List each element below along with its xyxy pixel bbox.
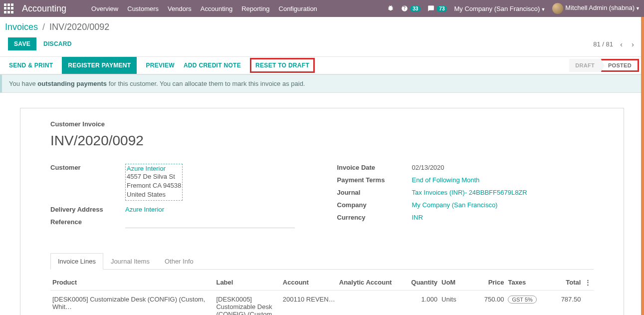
th-quantity: Quantity	[404, 275, 439, 291]
pager-prev[interactable]: ‹	[618, 39, 625, 49]
invdate-label: Invoice Date	[337, 164, 412, 171]
tabs: Invoice Lines Journal Items Other Info	[50, 253, 594, 270]
terms-label: Payment Terms	[337, 176, 412, 184]
pager-next[interactable]: ›	[630, 39, 636, 49]
invdate-value: 02/13/2020	[412, 164, 444, 171]
form-subtitle: Customer Invoice	[50, 120, 594, 128]
avatar	[552, 3, 563, 14]
breadcrumb-row: Invoices / INV/2020/0092	[0, 17, 644, 32]
journal-label: Journal	[337, 189, 412, 196]
company-label: Company	[337, 201, 412, 209]
actions-left: SAVE DISCARD	[8, 37, 72, 50]
reference-label: Reference	[50, 218, 125, 228]
customer-link[interactable]: Azure Interior	[127, 165, 181, 172]
cell-quantity[interactable]: 1.000	[404, 290, 439, 315]
app-brand: Accounting	[22, 3, 66, 14]
th-account: Account	[281, 275, 337, 291]
pager: 81 / 81 ‹ ›	[593, 39, 636, 49]
journal-link[interactable]: Tax Invoices (INR)- 24BBBFF5679L8ZR	[412, 189, 527, 196]
apps-icon[interactable]	[4, 3, 14, 13]
breadcrumb-current: INV/2020/0092	[49, 22, 109, 32]
register-payment-button[interactable]: REGISTER PAYMENT	[62, 57, 137, 74]
form-col-right: Invoice Date 02/13/2020 Payment Terms En…	[337, 164, 594, 233]
nav-reporting[interactable]: Reporting	[241, 5, 269, 12]
topbar-right: 33 73 My Company (San Francisco)▼ Mitche…	[387, 3, 640, 14]
send-print-button[interactable]: SEND & PRINT	[9, 57, 53, 74]
invoice-lines-table: Product Label Account Analytic Account Q…	[50, 275, 594, 315]
form-col-left: Customer Azure Interior 4557 De Silva St…	[50, 164, 307, 233]
nav-customers[interactable]: Customers	[127, 5, 159, 12]
add-credit-note-button[interactable]: ADD CREDIT NOTE	[184, 57, 241, 74]
cell-account[interactable]: 200110 REVEN…	[281, 290, 337, 315]
nav-vendors[interactable]: Vendors	[168, 5, 192, 12]
status-buttons: SEND & PRINT REGISTER PAYMENT PREVIEW AD…	[9, 57, 315, 74]
customer-value[interactable]: Azure Interior 4557 De Silva St Fremont …	[125, 164, 183, 201]
nav-overview[interactable]: Overview	[91, 5, 118, 12]
tab-journal-items[interactable]: Journal Items	[103, 253, 157, 270]
discard-button[interactable]: DISCARD	[43, 40, 72, 47]
topbar: Accounting Overview Customers Vendors Ac…	[0, 0, 644, 17]
cell-taxes[interactable]: GST 5%	[506, 290, 547, 315]
nav-configuration[interactable]: Configuration	[279, 5, 317, 12]
breadcrumb: Invoices / INV/2020/0092	[5, 22, 109, 32]
terms-link[interactable]: End of Following Month	[412, 176, 480, 184]
th-total: Total	[547, 275, 583, 291]
nav-menu: Overview Customers Vendors Accounting Re…	[91, 5, 387, 12]
company-link[interactable]: My Company (San Francisco)	[412, 201, 498, 209]
th-analytic: Analytic Account	[337, 275, 404, 291]
cell-analytic[interactable]	[337, 290, 404, 315]
form-sheet: Customer Invoice INV/2020/0092 Customer …	[20, 108, 624, 315]
cell-price[interactable]: 750.00	[470, 290, 506, 315]
actions-row: SAVE DISCARD 81 / 81 ‹ ›	[0, 32, 644, 56]
scrollbar[interactable]	[641, 17, 644, 315]
status-bar: SEND & PRINT REGISTER PAYMENT PREVIEW AD…	[0, 56, 644, 74]
th-kebab-icon[interactable]: ⋮	[583, 275, 594, 291]
reference-input[interactable]	[125, 220, 295, 228]
save-button[interactable]: SAVE	[8, 37, 36, 50]
pager-count: 81 / 81	[593, 40, 613, 48]
breadcrumb-sep: /	[42, 22, 45, 32]
status-draft[interactable]: DRAFT	[569, 59, 601, 72]
th-taxes: Taxes	[506, 275, 547, 291]
table-header-row: Product Label Account Analytic Account Q…	[50, 275, 594, 291]
th-product: Product	[50, 275, 214, 291]
activities-icon[interactable]: 33	[401, 5, 421, 12]
tab-invoice-lines[interactable]: Invoice Lines	[50, 253, 103, 270]
status-flow: DRAFT POSTED	[569, 59, 639, 72]
delivery-label: Delivery Address	[50, 206, 125, 213]
discuss-icon[interactable]: 73	[428, 5, 447, 12]
preview-button[interactable]: PREVIEW	[146, 57, 174, 74]
customer-label: Customer	[50, 164, 125, 201]
activities-badge: 33	[410, 5, 421, 12]
tax-tag: GST 5%	[508, 296, 536, 304]
cell-total: 787.50	[547, 290, 583, 315]
discuss-badge: 73	[436, 5, 447, 12]
user-menu[interactable]: Mitchell Admin (shabna)▼	[552, 3, 640, 14]
breadcrumb-root[interactable]: Invoices	[5, 22, 38, 32]
currency-label: Currency	[337, 214, 412, 221]
table-row[interactable]: [DESK0005] Customizable Desk (CONFIG) (C…	[50, 290, 594, 315]
th-price: Price	[470, 275, 506, 291]
bug-icon[interactable]	[387, 4, 394, 13]
form-title: INV/2020/0092	[50, 133, 594, 149]
info-banner: You have outstanding payments for this c…	[0, 74, 644, 93]
tab-other-info[interactable]: Other Info	[157, 253, 201, 270]
cell-uom[interactable]: Units	[439, 290, 470, 315]
nav-accounting[interactable]: Accounting	[201, 5, 232, 12]
th-label: Label	[214, 275, 280, 291]
cell-product[interactable]: [DESK0005] Customizable Desk (CONFIG) (C…	[50, 290, 214, 315]
form-columns: Customer Azure Interior 4557 De Silva St…	[50, 164, 594, 233]
th-uom: UoM	[439, 275, 470, 291]
delivery-link[interactable]: Azure Interior	[125, 206, 164, 213]
currency-link[interactable]: INR	[412, 214, 423, 221]
company-selector[interactable]: My Company (San Francisco)▼	[454, 5, 545, 12]
reset-to-draft-button[interactable]: RESET TO DRAFT	[250, 58, 315, 73]
cell-label[interactable]: [DESK0005] Customizable Desk (CONFIG) (C…	[214, 290, 280, 315]
status-posted[interactable]: POSTED	[601, 59, 639, 72]
